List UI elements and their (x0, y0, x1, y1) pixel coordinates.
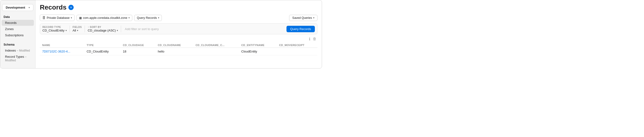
col-header-cd-cloudage: CD_CLOUDAGE (120, 43, 156, 48)
record-type-filter-value-row[interactable]: CD_CloudEntity ▾ (42, 29, 67, 32)
cell-type: CD_CloudEntity (84, 48, 120, 55)
cell-cd-cloudname: hello (156, 48, 193, 55)
sort-by-chevron-icon: ▾ (117, 29, 118, 32)
fields-filter: FIELDS All ▾ (73, 26, 82, 32)
sort-by-filter-value-row[interactable]: CD_cloudage (ASC) ▾ (88, 29, 118, 32)
fields-filter-value-row[interactable]: All ▾ (73, 29, 82, 32)
sidebar-item-indexes[interactable]: Indexes – Modified (2, 48, 34, 53)
sidebar-item-records[interactable]: Records (2, 20, 34, 26)
query-records-button[interactable]: Query Records (286, 26, 315, 32)
page-title: Records (40, 4, 66, 11)
sort-by-filter-value: CD_cloudage (ASC) (88, 29, 116, 32)
saved-queries-button[interactable]: Saved Queries ▾ (289, 15, 318, 21)
environment-selector[interactable]: Development ▾ (2, 4, 33, 11)
col-header-type: TYPE (84, 43, 120, 48)
sort-by-filter: ↑ SORT BY CD_cloudage (ASC) ▾ (88, 26, 118, 32)
main-content: Records + 🗄 Private Database ▾ ▦ com.app… (36, 0, 322, 68)
query-type-label: Query Records (137, 16, 157, 20)
fields-chevron-icon: ▾ (77, 29, 78, 32)
col-header-cd-movereceipt: CD_MOVERECEIPT (277, 43, 318, 48)
cell-cd-cloudname-c (193, 48, 239, 55)
table-container: ℹ 🗑 NAME TYPE CD_CLOUDAGE CD_CLOUDNAME C… (40, 37, 318, 65)
col-header-name: NAME (40, 43, 84, 48)
schema-section-label: Schema (0, 42, 35, 47)
record-type-filter-label: RECORD TYPE (42, 26, 67, 28)
cell-cd-entityname: CloudEntity (239, 48, 277, 55)
add-record-button[interactable]: + (68, 5, 74, 10)
cell-cd-movereceipt (277, 48, 318, 55)
saved-queries-chevron-icon: ▾ (313, 17, 314, 19)
record-type-filter-value: CD_CloudEntity (42, 29, 64, 32)
sort-by-filter-label: ↑ SORT BY (88, 26, 118, 28)
environment-chevron-icon: ▾ (28, 6, 30, 9)
data-section-label: Data (0, 14, 35, 20)
page-header: Records + (40, 4, 318, 11)
zone-label: com.apple.coredata.cloudkit.zone (83, 16, 127, 20)
database-icon: 🗄 (42, 16, 46, 20)
zone-selector-button[interactable]: ▦ com.apple.coredata.cloudkit.zone ▾ (76, 15, 132, 21)
database-selector-button[interactable]: 🗄 Private Database ▾ (40, 15, 74, 21)
delete-icon[interactable]: 🗑 (313, 37, 316, 41)
record-type-chevron-icon: ▾ (66, 29, 67, 32)
saved-queries-label: Saved Queries (292, 16, 312, 20)
toolbar: 🗄 Private Database ▾ ▦ com.apple.coredat… (40, 15, 318, 21)
query-type-chevron-icon: ▾ (158, 17, 159, 19)
database-chevron-icon: ▾ (71, 17, 72, 19)
cell-name[interactable]: 7D07102C-3620-4... (40, 48, 84, 55)
database-label: Private Database (47, 16, 70, 20)
filter-divider-2 (84, 26, 85, 32)
sidebar-item-subscriptions[interactable]: Subscriptions (2, 32, 34, 38)
table-header: NAME TYPE CD_CLOUDAGE CD_CLOUDNAME CD_CL… (40, 43, 318, 48)
fields-filter-value: All (73, 29, 76, 32)
filter-row: RECORD TYPE CD_CloudEntity ▾ FIELDS All … (40, 23, 318, 34)
table-body: 7D07102C-3620-4... CD_CloudEntity 18 hel… (40, 48, 318, 55)
filter-divider-1 (70, 26, 70, 32)
zone-chevron-icon: ▾ (128, 17, 130, 19)
table-actions: ℹ 🗑 (40, 37, 318, 41)
record-type-filter: RECORD TYPE CD_CloudEntity ▾ (42, 26, 67, 32)
info-icon[interactable]: ℹ (309, 37, 310, 41)
col-header-cd-cloudname: CD_CLOUDNAME (156, 43, 193, 48)
filter-divider-3 (121, 26, 121, 32)
col-header-cd-cloudname-c: CD_CLOUDNAME_C... (193, 43, 239, 48)
sidebar: Development ▾ Data Records Zones Subscri… (0, 0, 36, 68)
cell-cd-cloudage: 18 (120, 48, 156, 55)
records-table: NAME TYPE CD_CLOUDAGE CD_CLOUDNAME CD_CL… (40, 43, 318, 55)
filter-placeholder[interactable]: Add filter or sort to query (124, 27, 284, 31)
sidebar-item-record-types[interactable]: Record Types – Modified (2, 54, 34, 63)
fields-filter-label: FIELDS (73, 26, 82, 28)
query-type-button[interactable]: Query Records ▾ (134, 15, 162, 21)
table-row[interactable]: 7D07102C-3620-4... CD_CloudEntity 18 hel… (40, 48, 318, 55)
environment-label: Development (6, 6, 25, 9)
zone-icon: ▦ (79, 16, 82, 20)
sidebar-item-zones[interactable]: Zones (2, 26, 34, 32)
col-header-cd-entityname: CD_ENTITYNAME (239, 43, 277, 48)
